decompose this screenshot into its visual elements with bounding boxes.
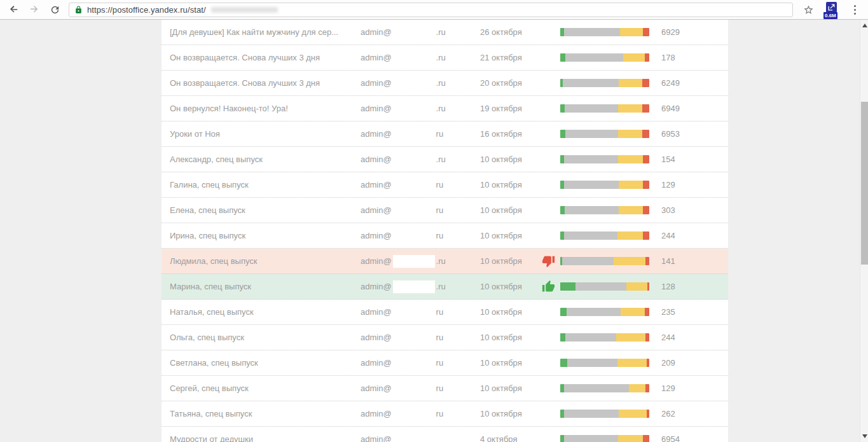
address-bar[interactable]: https://postoffice.yandex.ru/stat/ — [69, 3, 793, 17]
row-count: 178 — [661, 53, 728, 62]
scroll-up-arrow[interactable] — [860, 21, 868, 30]
table-row[interactable]: Татьяна, спец выпуск admin@ ru 10 октябр… — [162, 401, 728, 427]
bar-segment-red — [643, 181, 649, 189]
email-prefix: admin@ — [361, 53, 392, 62]
bar-segment-red — [643, 28, 649, 36]
scrollbar-thumb[interactable] — [861, 102, 868, 265]
bar-segment-green — [560, 53, 565, 62]
email-suffix: ru — [436, 129, 444, 139]
engagement-bar-cell — [560, 104, 661, 113]
row-date: 10 октября — [480, 358, 542, 368]
table-row[interactable]: Ольга, спец выпуск admin@ ru 10 октября … — [162, 325, 728, 350]
table-row[interactable]: Сергей, спец выпуск admin@ ru 10 октября… — [162, 376, 728, 401]
engagement-bar — [560, 155, 649, 163]
table-row[interactable]: Ирина, спец выпуск admin@ ru 10 октября … — [162, 223, 728, 249]
row-date: 10 октября — [480, 155, 542, 164]
reload-icon — [50, 4, 60, 15]
browser-menu-button[interactable] — [848, 1, 862, 18]
email-prefix: admin@ — [361, 155, 392, 164]
bar-segment-gray — [565, 206, 619, 214]
row-date: 10 октября — [480, 383, 542, 393]
email-prefix: admin@ — [361, 333, 392, 342]
table-row[interactable]: Марина, спец выпуск admin@ .ru 10 октябр… — [162, 274, 728, 300]
reload-button[interactable] — [46, 1, 63, 18]
bar-segment-green — [560, 333, 565, 342]
email-suffix: ru — [436, 333, 444, 342]
row-email: admin@ ru — [361, 382, 480, 395]
table-row[interactable]: Он возвращается. Снова лучших 3 дня admi… — [162, 71, 728, 96]
bar-segment-gray — [564, 410, 619, 418]
bar-segment-gray — [564, 231, 617, 240]
email-table: [Для девушек] Как найти мужчину для сер.… — [162, 20, 728, 442]
row-count: 128 — [661, 282, 728, 291]
engagement-bar-cell — [560, 181, 661, 189]
back-button[interactable] — [6, 1, 22, 18]
page-scrollbar[interactable] — [860, 20, 868, 442]
forward-arrow-icon — [29, 4, 40, 15]
email-prefix: admin@ — [361, 282, 392, 291]
engagement-bar — [560, 79, 649, 87]
engagement-bar — [560, 28, 649, 36]
email-prefix: admin@ — [361, 256, 392, 266]
engagement-bar — [560, 359, 649, 367]
table-row[interactable]: Наталья, спец выпуск admin@ ru 10 октябр… — [162, 300, 728, 325]
email-suffix: ru — [436, 231, 444, 240]
row-date: 19 октября — [480, 104, 542, 113]
bar-segment-red — [642, 104, 649, 113]
row-email: admin@ .ru — [361, 52, 480, 64]
forward-button[interactable] — [26, 1, 43, 18]
bar-segment-gray — [565, 53, 623, 62]
bar-segment-yellow — [626, 282, 648, 291]
email-redaction-patch — [393, 357, 435, 369]
bar-segment-yellow — [619, 79, 642, 87]
browser-toolbar: https://postoffice.yandex.ru/stat/ 0.6M — [0, 0, 868, 20]
email-redaction-patch — [393, 306, 435, 319]
engagement-bar-cell — [560, 28, 661, 36]
table-row[interactable]: Мудрости от дедушки admin@ 4 октября 695… — [162, 427, 728, 442]
thumbs-up-icon[interactable] — [542, 280, 555, 293]
url-text[interactable]: https://postoffice.yandex.ru/stat/ — [87, 5, 206, 15]
table-row[interactable]: Он возвращается. Снова лучших 3 дня admi… — [162, 45, 728, 71]
email-redaction-patch — [393, 280, 435, 293]
table-row[interactable]: Он вернулся! Наконец-то! Ура! admin@ .ru… — [162, 96, 728, 121]
row-email: admin@ ru — [361, 408, 480, 420]
bar-segment-red — [647, 282, 649, 291]
bar-segment-yellow — [623, 53, 645, 62]
engagement-bar — [560, 53, 649, 62]
row-title: [Для девушек] Как найти мужчину для сер.… — [170, 27, 361, 37]
email-suffix: .ru — [436, 282, 446, 291]
bar-segment-gray — [562, 257, 614, 265]
table-row[interactable]: Александр, спец выпуск admin@ .ru 10 окт… — [162, 147, 728, 172]
bookmark-star-button[interactable] — [800, 1, 816, 18]
table-row[interactable]: Светлана, спец выпуск admin@ ru 10 октяб… — [162, 350, 728, 376]
engagement-bar-cell — [560, 435, 661, 442]
engagement-bar-cell — [560, 359, 661, 367]
email-suffix: ru — [436, 358, 444, 368]
row-title: Мудрости от дедушки — [170, 434, 361, 442]
engagement-bar — [560, 181, 649, 189]
lock-icon — [74, 6, 83, 14]
extension-button[interactable]: 0.6M — [823, 0, 840, 19]
engagement-bar — [560, 435, 649, 442]
thumbs-down-icon[interactable] — [542, 254, 555, 268]
scroll-down-arrow[interactable] — [860, 432, 868, 441]
bar-segment-red — [645, 308, 649, 316]
row-email: admin@ .ru — [361, 77, 480, 90]
table-row[interactable]: Уроки от Ноя admin@ ru 16 октября 6953 — [162, 121, 728, 147]
row-date: 21 октября — [480, 53, 542, 62]
bar-segment-gray — [565, 104, 618, 113]
bar-segment-red — [643, 435, 649, 442]
bar-segment-green — [560, 282, 575, 291]
row-title: Людмила, спец выпуск — [170, 256, 361, 266]
table-row[interactable]: [Для девушек] Как найти мужчину для сер.… — [162, 20, 728, 45]
engagement-bar-cell — [560, 308, 661, 316]
table-row[interactable]: Елена, спец выпуск admin@ ru 10 октября … — [162, 198, 728, 223]
table-row[interactable]: Людмила, спец выпуск admin@ .ru 10 октяб… — [162, 249, 728, 274]
row-date: 10 октября — [480, 282, 542, 291]
row-title: Александр, спец выпуск — [170, 155, 361, 164]
bar-segment-green — [560, 359, 567, 367]
row-count: 6949 — [661, 104, 728, 113]
email-prefix: admin@ — [361, 180, 392, 190]
table-row[interactable]: Галина, спец выпуск admin@ ru 10 октября… — [162, 172, 728, 198]
row-title: Татьяна, спец выпуск — [170, 409, 361, 418]
